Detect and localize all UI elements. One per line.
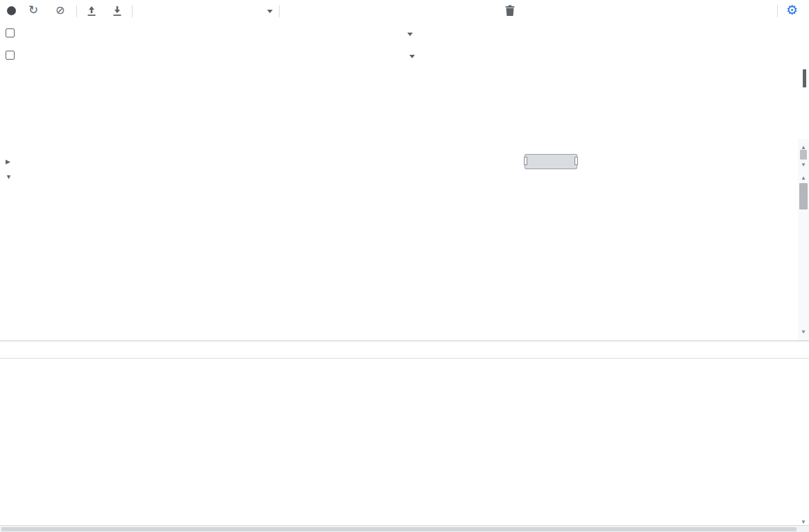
timeline-overview[interactable] [0, 67, 809, 139]
summary-donut-chart [3, 417, 114, 528]
vertical-scrollbar[interactable]: ▲ ▼ ▲ ▼ [798, 139, 809, 341]
horizontal-scrollbar[interactable] [0, 525, 809, 532]
scroll-up-icon[interactable]: ▲ [798, 175, 809, 181]
chevron-down-icon [407, 33, 413, 36]
record-icon[interactable] [7, 6, 16, 15]
cpu-throttling-control [399, 51, 415, 61]
session-select[interactable] [142, 5, 273, 17]
disclosure-down-icon[interactable]: ▼ [6, 173, 12, 180]
disable-js-samples-checkbox[interactable] [6, 28, 19, 37]
chevron-down-icon [267, 10, 273, 13]
scrollbar-thumb[interactable] [800, 150, 807, 160]
scroll-down-icon[interactable]: ▼ [798, 519, 809, 525]
selected-network-request[interactable] [525, 154, 577, 169]
gear-icon[interactable]: ⚙ [786, 2, 798, 18]
detail-tabs [0, 341, 809, 359]
scrollbar-thumb[interactable] [799, 183, 808, 209]
scroll-down-icon[interactable]: ▼ [798, 162, 809, 168]
network-track-header[interactable]: ▶ [6, 156, 14, 166]
summary-pane [0, 359, 809, 525]
download-icon[interactable] [112, 6, 123, 17]
reload-icon[interactable]: ↻ [28, 3, 38, 17]
cpu-throttling-select[interactable] [404, 51, 415, 61]
trash-icon[interactable] [505, 5, 515, 17]
network-throttling-control [397, 29, 413, 39]
overview-handle[interactable] [803, 69, 806, 87]
selection-handle-left[interactable] [524, 157, 527, 165]
flame-chart-area[interactable]: ▶ ▼ ▲ ▼ ▲ ▼ [0, 139, 809, 341]
disclosure-right-icon[interactable]: ▶ [6, 158, 10, 165]
clear-icon[interactable]: ⊘ [56, 3, 65, 17]
devtools-performance-panel: ↻ ⊘ ⚙ [0, 0, 809, 532]
cpu-overview-canvas [0, 67, 809, 139]
scroll-down-icon[interactable]: ▼ [798, 329, 809, 335]
network-throttling-select[interactable] [402, 29, 413, 39]
chevron-down-icon [409, 55, 415, 58]
toolbar: ↻ ⊘ ⚙ [0, 0, 809, 22]
checkbox-box [6, 28, 15, 37]
advanced-paint-checkbox[interactable] [6, 51, 19, 60]
selection-handle-right[interactable] [574, 157, 578, 165]
upload-icon[interactable] [86, 6, 97, 17]
flame-chart-canvas[interactable] [0, 139, 809, 341]
checkbox-box [6, 51, 15, 60]
horizontal-scrollbar-thumb[interactable] [1, 527, 797, 531]
main-track-header[interactable]: ▼ [6, 171, 15, 182]
